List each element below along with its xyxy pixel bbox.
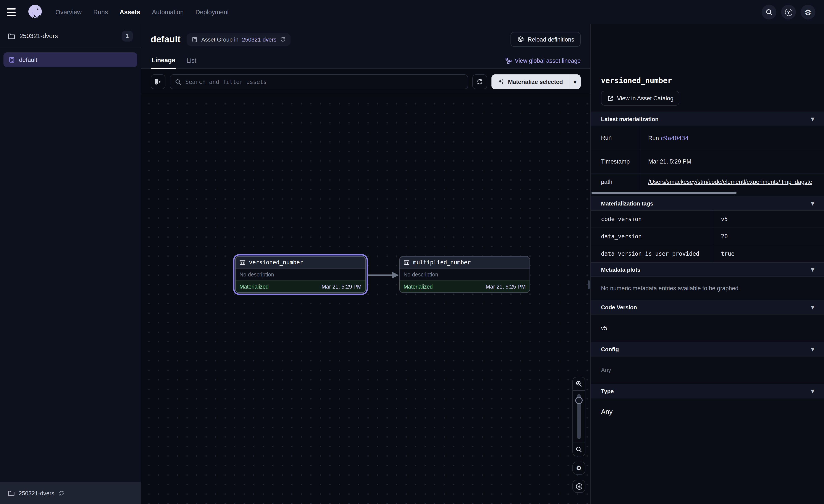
- node-title: versioned_number: [249, 259, 303, 266]
- run-prefix: Run: [648, 135, 659, 141]
- refresh-icon: [476, 78, 483, 85]
- footer-workspace-name: 250321-dvers: [19, 490, 54, 496]
- tab-lineage[interactable]: Lineage: [151, 57, 176, 69]
- latest-materialization-table: Run Run c9a40434 Timestamp Mar 21, 5:29 …: [591, 126, 824, 196]
- asset-group-icon: [191, 36, 198, 43]
- section-code-version[interactable]: Code Version ▼: [591, 300, 824, 314]
- asset-detail-panel: versioned_number View in Asset Catalog L…: [590, 24, 824, 504]
- workspace-name: 250321-dvers: [19, 32, 117, 39]
- reload-definitions-button[interactable]: Reload definitions: [510, 32, 581, 47]
- graph-settings-button[interactable]: ⚙: [573, 462, 586, 475]
- path-link[interactable]: /Users/smackesey/stm/code/elementl/exper…: [648, 179, 812, 185]
- asset-node-versioned-number[interactable]: versioned_number No description Material…: [235, 256, 366, 293]
- table-row: Timestamp Mar 21, 5:29 PM: [591, 150, 824, 173]
- chevron-down-icon: ▼: [573, 80, 577, 84]
- help-button[interactable]: ?: [781, 5, 796, 19]
- tab-list[interactable]: List: [186, 57, 197, 69]
- row-value: Run c9a40434: [640, 126, 824, 150]
- section-metadata-plots[interactable]: Metadata plots ▼: [591, 262, 824, 277]
- view-global-asset-lineage-label: View global asset lineage: [515, 57, 581, 64]
- row-value: /Users/smackesey/stm/code/elementl/exper…: [640, 173, 824, 191]
- folder-icon: [8, 490, 15, 496]
- page-title: default: [151, 34, 181, 44]
- section-config[interactable]: Config ▼: [591, 342, 824, 357]
- table-row: path /Users/smackesey/stm/code/elementl/…: [591, 173, 824, 191]
- refresh-graph-button[interactable]: [473, 75, 487, 89]
- canvas-scrollbar-thumb[interactable]: [588, 280, 590, 289]
- badge-prefix: Asset Group in: [201, 36, 238, 43]
- nav-item-overview[interactable]: Overview: [56, 9, 82, 16]
- materialize-selected-button[interactable]: Materialize selected: [492, 75, 569, 89]
- lineage-edge-arrow: [368, 271, 399, 279]
- node-description: No description: [400, 269, 530, 280]
- sync-icon[interactable]: [280, 36, 286, 42]
- help-icon: ?: [785, 8, 792, 16]
- top-nav: Overview Runs Assets Automation Deployme…: [0, 0, 824, 24]
- row-key: Timestamp: [591, 150, 640, 173]
- settings-button[interactable]: ⚙: [801, 5, 815, 19]
- view-in-asset-catalog-label: View in Asset Catalog: [617, 95, 674, 102]
- row-value: true: [713, 245, 824, 262]
- zoom-out-button[interactable]: [573, 443, 585, 456]
- search-icon: [765, 8, 773, 16]
- view-in-asset-catalog-button[interactable]: View in Asset Catalog: [601, 91, 680, 106]
- chevron-down-icon: ▼: [811, 201, 815, 206]
- section-label: Type: [601, 388, 614, 394]
- table-row: data_version_is_user_provided true: [591, 245, 824, 262]
- primary-nav: Overview Runs Assets Automation Deployme…: [56, 9, 229, 16]
- table-row: Run Run c9a40434: [591, 126, 824, 150]
- table-icon: [404, 259, 410, 265]
- sidebar-footer-workspace[interactable]: 250321-dvers: [0, 482, 141, 504]
- view-global-asset-lineage-link[interactable]: View global asset lineage: [505, 57, 581, 69]
- sidebar-workspace-row[interactable]: 250321-dvers 1: [0, 24, 141, 48]
- zoom-slider-thumb[interactable]: [575, 397, 583, 404]
- row-key: code_version: [591, 211, 713, 228]
- app-root: Overview Runs Assets Automation Deployme…: [0, 0, 824, 504]
- horizontal-scrollbar-thumb[interactable]: [592, 192, 736, 194]
- search-button[interactable]: [762, 5, 777, 19]
- zoom-in-button[interactable]: [573, 377, 585, 390]
- lineage-graph-icon: [505, 57, 512, 64]
- nav-item-runs[interactable]: Runs: [93, 9, 108, 16]
- chevron-down-icon: ▼: [811, 346, 815, 352]
- lineage-toolbar: Materialize selected ▼: [141, 69, 590, 95]
- materialize-split-button: Materialize selected ▼: [492, 75, 581, 89]
- badge-workspace-link[interactable]: 250321-dvers: [242, 36, 277, 43]
- sidebar-item-default-group[interactable]: default: [3, 52, 137, 67]
- zoom-controls: ⚙: [573, 377, 586, 493]
- materialize-dropdown-caret[interactable]: ▼: [569, 75, 581, 89]
- row-key: data_version_is_user_provided: [591, 245, 713, 262]
- toggle-sidebar-panel-button[interactable]: [151, 75, 166, 89]
- zoom-in-icon: [576, 380, 583, 387]
- reload-definitions-label: Reload definitions: [528, 36, 574, 43]
- row-key: data_version: [591, 228, 713, 245]
- panel-asset-title: versioned_number: [601, 76, 814, 85]
- nav-item-deployment[interactable]: Deployment: [195, 9, 229, 16]
- row-key: Run: [591, 126, 640, 150]
- gear-icon: ⚙: [805, 8, 811, 17]
- asset-node-multiplied-number[interactable]: multiplied_number No description Materia…: [399, 256, 530, 293]
- nav-item-assets[interactable]: Assets: [120, 9, 140, 16]
- download-graph-button[interactable]: [573, 480, 586, 493]
- section-materialization-tags[interactable]: Materialization tags ▼: [591, 196, 824, 211]
- section-label: Config: [601, 346, 619, 352]
- node-status: Materialized: [404, 283, 433, 290]
- chevron-down-icon: ▼: [811, 267, 815, 272]
- section-latest-materialization[interactable]: Latest materialization ▼: [591, 112, 824, 126]
- main-content: default Asset Group in 250321-dvers: [141, 24, 590, 504]
- nav-item-automation[interactable]: Automation: [152, 9, 184, 16]
- search-input[interactable]: [185, 79, 463, 85]
- hamburger-menu-icon[interactable]: [7, 5, 22, 19]
- zoom-slider[interactable]: [573, 390, 585, 443]
- run-id-link[interactable]: c9a40434: [660, 135, 689, 141]
- lineage-canvas[interactable]: versioned_number No description Material…: [141, 95, 590, 504]
- chevron-down-icon: ▼: [811, 116, 815, 122]
- horizontal-scrollbar: [591, 191, 824, 196]
- tabs-row: Lineage List View global asset lineage: [141, 52, 590, 69]
- materialize-selected-label: Materialize selected: [508, 79, 563, 85]
- sidebar: 250321-dvers 1 default 2: [0, 24, 141, 504]
- graph-area: Materialize selected ▼: [141, 69, 590, 504]
- section-type[interactable]: Type ▼: [591, 384, 824, 398]
- sync-icon[interactable]: [58, 490, 64, 496]
- dagster-logo-icon: [27, 4, 43, 20]
